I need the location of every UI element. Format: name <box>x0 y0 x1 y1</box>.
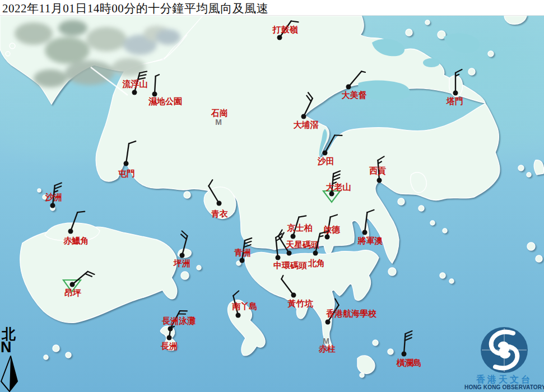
wind-barb-icon <box>373 312 435 379</box>
station-label: 南丫島 <box>233 302 258 311</box>
station-label: 青衣 <box>211 210 228 218</box>
hko-logo: 香港天文台 HONG KONG OBSERVATORY <box>464 326 544 392</box>
station-dot <box>326 320 331 325</box>
hko-logo-icon <box>477 326 531 376</box>
station-dot <box>291 293 296 298</box>
station-label: 大美督 <box>342 91 367 100</box>
station-dot <box>362 230 368 235</box>
station-dot <box>402 352 407 357</box>
hko-name-english: HONG KONG OBSERVATORY <box>464 384 544 390</box>
station-label: 昂坪 <box>64 289 81 297</box>
station-label: 坪洲 <box>174 259 190 268</box>
station-label: 香港航海學校 <box>326 310 376 318</box>
station-dot <box>453 91 458 96</box>
station-label: 長洲 <box>161 342 178 351</box>
station-label: 濕地公園 <box>148 97 182 106</box>
station-label: 青洲 <box>234 249 251 257</box>
station-dot <box>167 335 172 340</box>
station-dot <box>346 85 351 90</box>
station-dot <box>217 201 222 206</box>
map-title: 2022年11月01日14時00分的十分鐘平均風向及風速 <box>2 1 268 16</box>
station-label: 塔門 <box>447 97 463 106</box>
title-bar: 2022年11月01日14時00分的十分鐘平均風向及風速 <box>0 0 544 16</box>
station-label: 屯門 <box>118 170 135 178</box>
station-dot <box>240 258 245 263</box>
station-dot <box>68 229 73 234</box>
station-dot <box>277 35 282 40</box>
station-dot <box>377 178 382 183</box>
wind-barb-icon <box>138 296 200 363</box>
wind-barb-icon <box>41 242 103 310</box>
station-label: 將軍澳 <box>358 237 383 245</box>
north-label-letter: N <box>1 340 12 355</box>
station-label: 打鼓嶺 <box>273 26 298 34</box>
station-dot <box>70 282 75 287</box>
north-compass: 北 N <box>0 327 22 392</box>
station-dot <box>180 253 185 258</box>
wind-barb-icon <box>425 51 486 118</box>
station-layer: 流浮山濕地公園打鼓嶺大美督塔門大埔滘沙田M石崗西貢大老山京士柏啟德將軍澳天星碼頭… <box>0 0 544 392</box>
wind-barb-icon <box>151 213 213 281</box>
wind-barb-icon <box>124 52 185 119</box>
station-label: 赤柱 <box>319 345 336 353</box>
station-dot <box>236 313 241 318</box>
station-label: 西貢 <box>369 167 386 175</box>
station-label: 橫瀾島 <box>397 359 422 367</box>
north-arrow-icon <box>0 354 22 392</box>
wind-barb-icon <box>95 122 157 189</box>
wind-map-screen: 流浮山濕地公園打鼓嶺大美督塔門大埔滘沙田M石崗西貢大老山京士柏啟德將軍澳天星碼頭… <box>0 0 544 392</box>
missing-data-marker: M <box>215 118 222 126</box>
station-dot <box>124 161 129 166</box>
station-label: 石崗 <box>211 109 228 118</box>
